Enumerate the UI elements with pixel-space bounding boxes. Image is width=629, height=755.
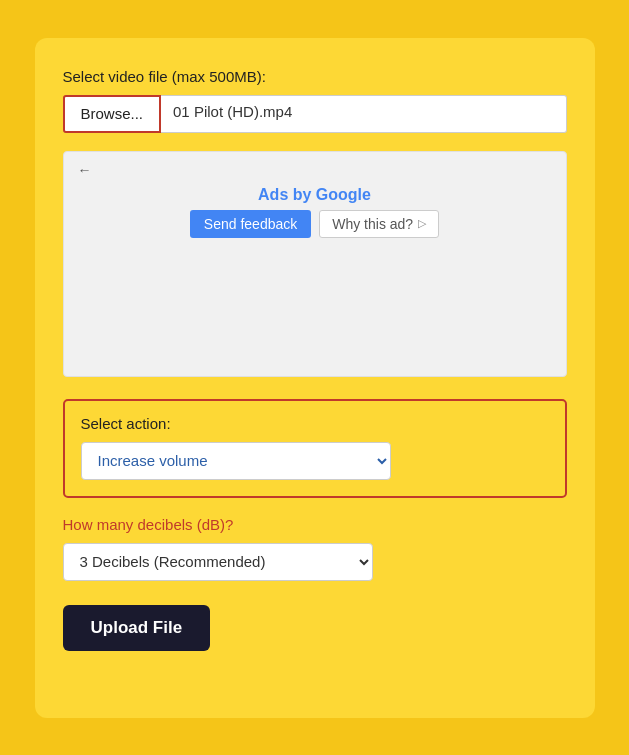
why-this-ad-button[interactable]: Why this ad? ▷ xyxy=(319,210,439,238)
main-card: Select video file (max 500MB): Browse...… xyxy=(35,38,595,718)
select-action-label: Select action: xyxy=(81,415,549,432)
ad-content-area xyxy=(78,246,552,346)
select-action-box: Select action: Increase volume Decrease … xyxy=(63,399,567,498)
decibels-dropdown[interactable]: 3 Decibels (Recommended) 6 Decibels 9 De… xyxy=(63,543,373,581)
ads-by-text: Ads by xyxy=(258,186,316,203)
ad-top-row: ← xyxy=(78,162,552,178)
ad-buttons-row: Send feedback Why this ad? ▷ xyxy=(78,210,552,238)
send-feedback-button[interactable]: Send feedback xyxy=(190,210,311,238)
select-action-dropdown[interactable]: Increase volume Decrease volume Normaliz… xyxy=(81,442,391,480)
ads-by-google: Ads by Google xyxy=(78,186,552,204)
google-brand-text: Google xyxy=(316,186,371,203)
why-this-ad-icon: ▷ xyxy=(418,217,426,230)
ad-box: ← Ads by Google Send feedback Why this a… xyxy=(63,151,567,377)
decibels-label: How many decibels (dB)? xyxy=(63,516,567,533)
ad-back-arrow[interactable]: ← xyxy=(78,162,92,178)
browse-button[interactable]: Browse... xyxy=(63,95,162,133)
upload-button[interactable]: Upload File xyxy=(63,605,211,651)
file-row: Browse... 01 Pilot (HD).mp4 xyxy=(63,95,567,133)
file-section-label: Select video file (max 500MB): xyxy=(63,68,567,85)
file-name-display: 01 Pilot (HD).mp4 xyxy=(161,95,566,133)
why-this-ad-label: Why this ad? xyxy=(332,216,413,232)
